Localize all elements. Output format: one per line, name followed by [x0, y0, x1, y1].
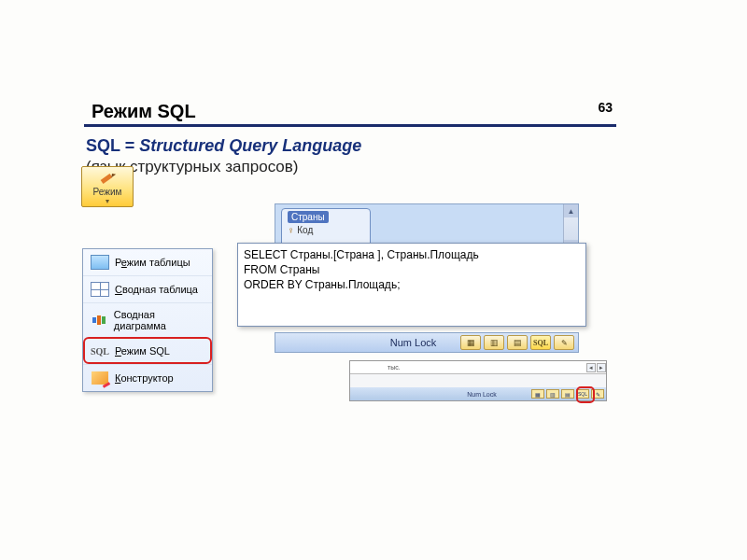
thumbnail-toolbar: тыс. ◂ ▸ — [350, 361, 606, 374]
datasheet-icon — [91, 255, 109, 270]
thumbnail-faint-label: тыс. — [388, 364, 401, 371]
numlock-indicator: Num Lock — [275, 337, 458, 348]
sql-abbr: SQL — [86, 136, 120, 155]
pivot-view-button[interactable]: ▥ — [484, 335, 504, 350]
sql-line-1: SELECT Страны.[Страна ], Страны.Площадь — [244, 247, 580, 262]
thumbnail-status-bar: Num Lock ▦ ▥ ▤ SQL ✎ — [350, 387, 606, 400]
menu-item-label: Сводная таблица — [115, 284, 198, 295]
menu-item-label: Режим SQL — [115, 345, 170, 357]
key-icon: ♀ — [288, 225, 295, 235]
nav-first-icon[interactable]: ◂ — [586, 363, 596, 372]
design-icon — [91, 371, 109, 385]
pencil-icon — [99, 171, 116, 186]
subtitle: SQL = Structured Query Language (язык ст… — [86, 136, 616, 176]
thumbnail-window: тыс. ◂ ▸ Num Lock ▦ ▥ ▤ SQL ✎ — [349, 360, 607, 401]
sql-view-button[interactable]: SQL — [530, 335, 551, 350]
menu-item-sql-view[interactable]: SQL Режим SQL — [83, 337, 212, 364]
sql-line-3: ORDER BY Страны.Площадь; — [244, 277, 580, 292]
status-bar: Num Lock ▦ ▥ ▤ SQL ✎ — [275, 332, 579, 353]
menu-item-label: Режим таблицы — [115, 257, 190, 268]
sql-line-2: FROM Страны — [244, 262, 580, 277]
menu-item-table-view[interactable]: Режим таблицы — [83, 249, 212, 275]
pivot-table-icon — [91, 282, 109, 297]
table-name: Страны — [288, 211, 329, 223]
chevron-down-icon: ▾ — [106, 197, 109, 205]
slide-title: Режим SQL — [92, 101, 196, 122]
thumbnail-nav[interactable]: ◂ ▸ — [586, 363, 606, 372]
menu-item-label: Сводная диаграмма — [114, 309, 204, 331]
nav-prev-icon[interactable]: ▸ — [597, 363, 606, 372]
table-field: Код — [297, 225, 313, 235]
menu-item-pivot-chart[interactable]: Сводная диаграмма — [83, 302, 212, 337]
equals-sign: = — [120, 136, 140, 155]
chart-view-button[interactable]: ▤ — [507, 335, 528, 350]
small-pivot-button[interactable]: ▥ — [546, 389, 559, 399]
view-mode-menu: Режим таблицы Сводная таблица Сводная ди… — [82, 248, 213, 392]
sql-icon: SQL — [91, 343, 109, 358]
sql-translation: (язык структурных запросов) — [86, 158, 616, 176]
menu-item-label: Конструктор — [115, 372, 174, 384]
title-bar: Режим SQL 63 — [84, 101, 616, 127]
design-view-button[interactable]: ✎ — [554, 335, 574, 350]
sql-expansion: Structured Query Language — [139, 136, 361, 155]
view-mode-button[interactable]: Режим ▾ — [81, 166, 134, 207]
menu-item-pivot-table[interactable]: Сводная таблица — [83, 275, 212, 302]
table-box: Страны ♀ Код — [281, 208, 371, 247]
view-mode-label: Режим — [93, 187, 122, 197]
small-chart-button[interactable]: ▤ — [561, 389, 574, 399]
small-datasheet-button[interactable]: ▦ — [531, 389, 544, 399]
small-design-button[interactable]: ✎ — [591, 389, 604, 399]
datasheet-view-button[interactable]: ▦ — [460, 335, 481, 350]
sql-editor[interactable]: SELECT Страны.[Страна ], Страны.Площадь … — [237, 243, 586, 327]
numlock-indicator-small: Num Lock — [350, 391, 529, 398]
page-number: 63 — [598, 100, 613, 115]
small-sql-button[interactable]: SQL — [576, 389, 589, 399]
menu-item-design-view[interactable]: Конструктор — [83, 364, 212, 391]
scroll-up-icon[interactable]: ▲ — [564, 204, 578, 217]
chart-icon — [91, 313, 108, 328]
